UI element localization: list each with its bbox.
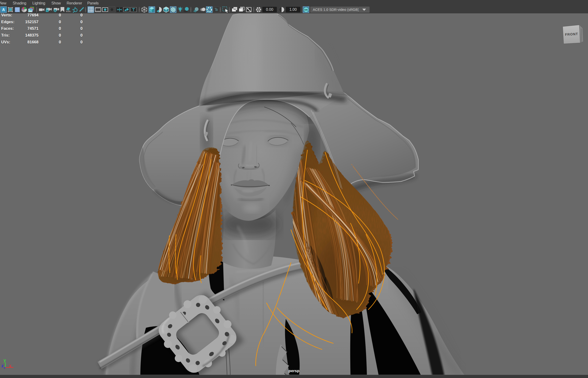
gate-mask-button[interactable] (109, 6, 115, 13)
panel-menu-bar: View Shading Lighting Show Renderer Pane… (0, 0, 588, 6)
hud-tris-label: Tris: (1, 33, 10, 38)
camera-gate-button[interactable] (7, 6, 14, 13)
exposure-button[interactable] (255, 6, 262, 13)
safe-title-icon (130, 7, 137, 12)
lighting-all-lights-button[interactable] (177, 6, 183, 13)
motion-blur-button[interactable] (199, 6, 206, 13)
x-ray-joints-button[interactable] (238, 6, 245, 13)
panel-toolbar-bar: View Shading Lighting Show Renderer Pane… (0, 0, 588, 13)
bookmarks-button[interactable] (59, 6, 66, 13)
axis-y-label: y (3, 358, 6, 363)
hud-value-col3: 0 (61, 40, 83, 45)
grid-button[interactable] (87, 6, 94, 13)
wireframe-on-shaded-button[interactable] (163, 6, 169, 13)
depth-of-field-icon (213, 7, 219, 13)
toolbar-separator (85, 7, 86, 13)
hud-verts-label: Verts: (1, 13, 12, 18)
svg-text:A: A (2, 8, 5, 12)
anti-aliasing-icon (206, 7, 212, 13)
safe-action-button[interactable] (123, 6, 130, 13)
hud-faces-value: 74571 (14, 26, 39, 31)
lock-camera-icon (46, 7, 52, 13)
front-cube-label: FRONT (565, 32, 578, 37)
colorspace-dropdown[interactable]: ACES 1.0 SDR-video (sRGB) (310, 7, 359, 13)
hud-uvs-value: 81668 (14, 40, 39, 45)
toolbar-separator (191, 7, 191, 13)
x-ray-joints-icon (239, 7, 245, 13)
camera-gate-icon (8, 7, 13, 13)
lock-camera-button[interactable] (45, 6, 52, 13)
film-gate-button[interactable] (95, 6, 101, 13)
select-camera-icon (39, 7, 45, 12)
letter-a-display-button[interactable]: A (0, 6, 7, 13)
viewport-3d-scene[interactable]: FRONT y z x (0, 0, 588, 378)
safe-action-icon (123, 7, 129, 12)
letter-a-display-icon: A (1, 7, 6, 13)
gamma-field[interactable]: 1.00 (286, 7, 300, 13)
x-ray-active-components-button[interactable] (245, 6, 252, 13)
use-default-material-button[interactable] (170, 6, 176, 13)
menu-show[interactable]: Show (51, 1, 61, 5)
toolbar-separator (36, 7, 37, 13)
axis-z-label: z (1, 363, 4, 368)
shadows-button[interactable] (183, 6, 190, 13)
exposure-field[interactable]: 0.00 (262, 7, 277, 13)
grid-icon (88, 7, 93, 12)
field-chart-icon (116, 7, 123, 12)
hud-tris-value: 148375 (14, 33, 39, 38)
isolate-select-icon (223, 7, 228, 13)
smooth-shade-all-icon (149, 7, 155, 13)
smooth-shade-all-button[interactable] (149, 6, 155, 13)
toolbar-separator (229, 7, 230, 13)
color-management-on-label: ON (303, 7, 309, 13)
image-planes-button[interactable] (28, 6, 34, 13)
screen-space-ao-icon (193, 7, 199, 13)
hud-value-col2: 0 (39, 40, 61, 45)
camera-attributes-button[interactable] (53, 6, 60, 13)
zoom-tool-button[interactable] (72, 6, 78, 13)
2d-pan-zoom-button[interactable] (65, 6, 72, 13)
menu-view[interactable]: View (0, 1, 6, 5)
camera-name-label[interactable]: persp (0, 369, 588, 373)
menu-shading[interactable]: Shading (13, 1, 26, 5)
gamma-button[interactable] (278, 6, 285, 13)
2d-pan-zoom-icon (66, 7, 71, 13)
shadows-icon (183, 7, 189, 13)
front-image-plane-cube[interactable]: FRONT (563, 25, 583, 44)
x-ray-button[interactable] (231, 6, 238, 13)
color-management-toggle[interactable]: ON (303, 6, 309, 13)
screen-space-ao-button[interactable] (193, 6, 199, 13)
bottom-panel-edge (0, 375, 588, 378)
field-chart-button[interactable] (116, 6, 123, 13)
hud-value-col2: 0 (39, 26, 61, 31)
hud-value-col2: 0 (39, 33, 61, 38)
hud-edges-label: Edges: (1, 20, 14, 24)
x-ray-active-components-icon (246, 7, 252, 13)
menu-panels[interactable]: Panels (87, 1, 98, 5)
menu-renderer[interactable]: Renderer (67, 1, 82, 5)
textured-button[interactable] (156, 6, 162, 13)
axis-x-label: x (9, 363, 12, 368)
hud-value-col3: 0 (61, 33, 83, 38)
isolate-select-button[interactable] (222, 6, 229, 13)
hud-uvs-label: UVs: (1, 40, 10, 45)
grease-pencil-button[interactable] (78, 6, 85, 13)
hud-faces-label: Faces: (1, 26, 14, 31)
menu-lighting[interactable]: Lighting (32, 1, 45, 5)
selection-mask-button[interactable] (14, 6, 20, 13)
wireframe-button[interactable] (141, 6, 148, 13)
color-wheel-button[interactable] (21, 6, 28, 13)
select-camera-button[interactable] (39, 6, 45, 13)
safe-title-button[interactable] (130, 6, 137, 13)
grease-pencil-icon (79, 7, 84, 13)
resolution-gate-button[interactable] (102, 6, 108, 13)
hud-value-col2: 0 (39, 13, 61, 18)
gate-mask-icon (109, 6, 115, 13)
wireframe-on-shaded-icon (163, 7, 169, 13)
depth-of-field-button[interactable] (213, 6, 220, 13)
zoom-tool-icon (72, 7, 78, 13)
toolbar-separator (220, 7, 221, 13)
colorspace-dropdown-arrow[interactable] (359, 7, 370, 13)
anti-aliasing-button[interactable] (206, 6, 213, 13)
motion-blur-icon (199, 7, 206, 13)
